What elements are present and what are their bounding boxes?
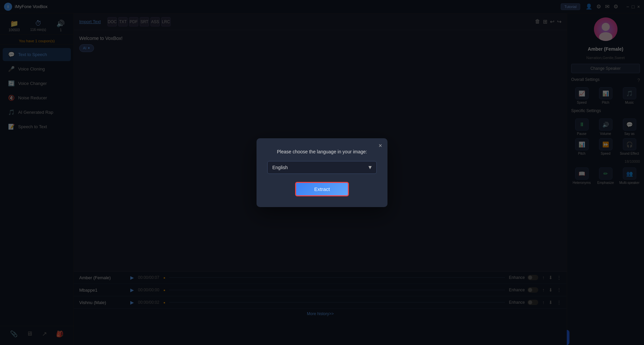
language-select[interactable]: English Chinese French Spanish German Ja…	[267, 161, 377, 174]
modal-close-button[interactable]: ×	[378, 142, 382, 149]
language-select-wrapper: English Chinese French Spanish German Ja…	[267, 161, 377, 174]
modal-overlay: × Please choose the language in your ima…	[0, 0, 644, 345]
language-modal: × Please choose the language in your ima…	[257, 138, 387, 207]
extract-button[interactable]: Extract	[295, 182, 349, 196]
modal-title: Please choose the language in your image…	[267, 149, 377, 154]
